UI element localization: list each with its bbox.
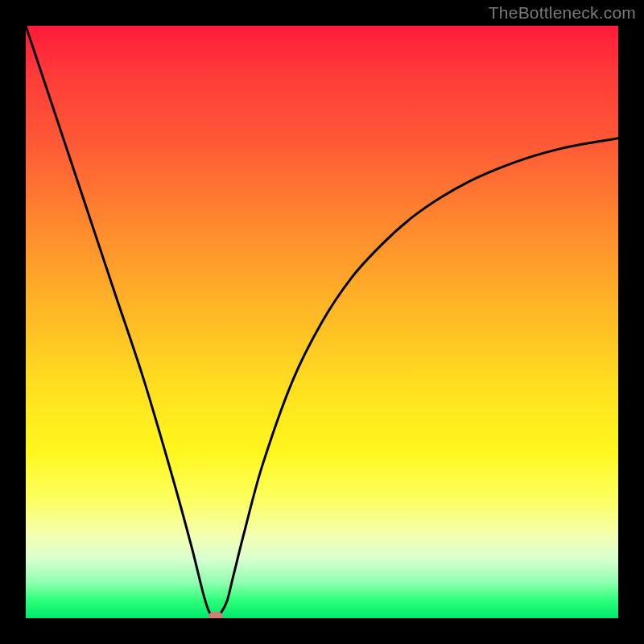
minimum-marker [208,612,223,618]
plot-area [26,26,618,618]
bottleneck-curve-path [26,26,618,618]
chart-frame: TheBottleneck.com [0,0,644,644]
curve-svg [26,26,618,618]
watermark-text: TheBottleneck.com [489,3,636,23]
